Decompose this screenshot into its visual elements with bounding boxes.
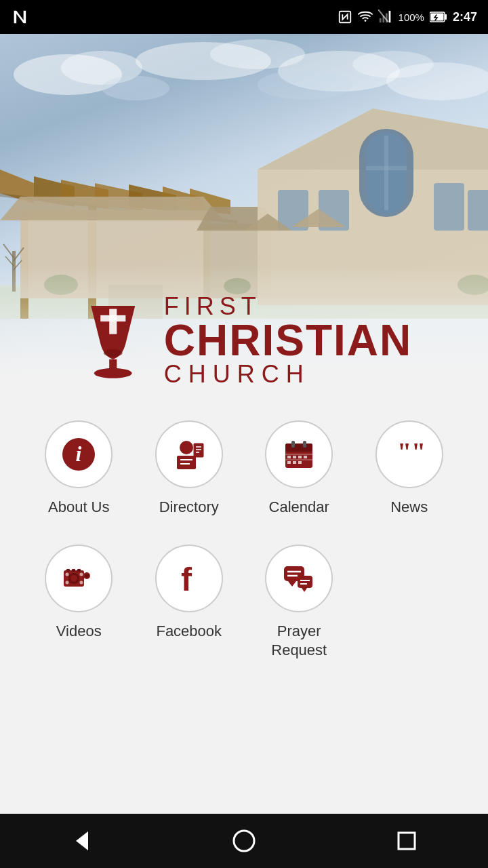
svg-point-91 bbox=[66, 580, 69, 584]
svg-point-59 bbox=[94, 368, 132, 378]
svg-line-48 bbox=[3, 244, 14, 258]
svg-rect-9 bbox=[430, 14, 443, 21]
church-logo-icon bbox=[76, 296, 150, 384]
svg-text:": " bbox=[397, 437, 411, 466]
video-icon bbox=[61, 561, 96, 596]
info-icon: i bbox=[61, 437, 96, 472]
svg-rect-82 bbox=[293, 461, 296, 464]
facebook-label: Facebook bbox=[156, 622, 222, 642]
about-us-label: About Us bbox=[48, 498, 110, 517]
logo-second-line: CHRISTIAN bbox=[164, 319, 412, 362]
svg-rect-40 bbox=[366, 166, 407, 170]
prayer-request-label: Prayer Request bbox=[271, 622, 327, 660]
svg-rect-72 bbox=[285, 443, 312, 452]
directory-label: Directory bbox=[159, 498, 219, 517]
about-us-icon-circle: i bbox=[45, 420, 113, 488]
svg-rect-64 bbox=[177, 456, 196, 469]
menu-row-1: i About Us Directory bbox=[0, 400, 488, 538]
svg-rect-80 bbox=[304, 456, 307, 458]
menu-item-calendar[interactable]: Calendar bbox=[247, 420, 351, 517]
battery-percent: 100% bbox=[399, 12, 424, 23]
n-icon bbox=[11, 7, 30, 26]
menu-item-news[interactable]: " " News bbox=[358, 420, 462, 517]
prayer-request-icon-circle bbox=[265, 545, 333, 612]
hero-section: FIRST CHRISTIAN CHURCH bbox=[0, 34, 488, 400]
svg-point-89 bbox=[70, 575, 77, 582]
menu-item-videos[interactable]: Videos bbox=[27, 545, 131, 660]
status-bar-left bbox=[11, 7, 30, 26]
nfc-icon bbox=[338, 9, 352, 24]
svg-rect-57 bbox=[100, 315, 125, 321]
svg-rect-97 bbox=[72, 569, 75, 572]
svg-rect-110 bbox=[399, 833, 415, 849]
svg-point-92 bbox=[80, 572, 83, 576]
svg-rect-5 bbox=[388, 11, 390, 22]
menu-item-about-us[interactable]: i About Us bbox=[27, 420, 131, 517]
svg-rect-2 bbox=[379, 18, 381, 22]
svg-marker-101 bbox=[288, 581, 296, 587]
time-display: 2:47 bbox=[453, 10, 477, 24]
svg-rect-81 bbox=[287, 461, 291, 464]
status-bar: 100% 2:47 bbox=[0, 0, 488, 34]
svg-point-1 bbox=[364, 20, 366, 22]
svg-rect-43 bbox=[434, 183, 464, 231]
svg-point-95 bbox=[85, 574, 89, 578]
logo-third-line: CHURCH bbox=[164, 362, 412, 387]
videos-icon-circle bbox=[45, 545, 113, 612]
menu-item-directory[interactable]: Directory bbox=[138, 420, 241, 517]
recents-square-icon bbox=[394, 829, 419, 853]
menu-item-prayer-request[interactable]: Prayer Request bbox=[247, 545, 351, 660]
svg-text:i: i bbox=[76, 441, 82, 466]
svg-rect-39 bbox=[384, 136, 388, 210]
svg-rect-79 bbox=[298, 456, 302, 458]
home-button[interactable] bbox=[224, 821, 264, 861]
facebook-icon: f bbox=[171, 561, 207, 596]
calendar-label: Calendar bbox=[269, 498, 329, 517]
svg-point-63 bbox=[180, 441, 193, 454]
svg-point-60 bbox=[104, 349, 123, 357]
svg-rect-74 bbox=[303, 441, 306, 448]
svg-point-90 bbox=[66, 572, 69, 576]
logo-container: FIRST CHRISTIAN CHURCH bbox=[76, 294, 412, 387]
svg-rect-67 bbox=[194, 443, 203, 457]
logo-text: FIRST CHRISTIAN CHURCH bbox=[164, 294, 412, 387]
prayer-icon bbox=[281, 561, 317, 596]
logo-first-line: FIRST bbox=[164, 294, 412, 319]
battery-icon bbox=[430, 11, 447, 23]
calendar-icon bbox=[281, 437, 317, 472]
menu-empty-slot bbox=[358, 545, 462, 660]
svg-point-109 bbox=[234, 831, 254, 851]
quote-icon: " " bbox=[392, 437, 427, 472]
navigation-bar bbox=[0, 814, 488, 868]
menu-item-facebook[interactable]: f Facebook bbox=[138, 545, 241, 660]
directory-icon bbox=[171, 437, 207, 472]
videos-label: Videos bbox=[56, 622, 102, 642]
home-circle-icon bbox=[232, 829, 256, 853]
status-bar-right: 100% 2:47 bbox=[338, 9, 477, 24]
svg-text:f: f bbox=[181, 561, 192, 596]
svg-rect-104 bbox=[298, 576, 312, 588]
svg-marker-105 bbox=[302, 588, 307, 592]
svg-rect-78 bbox=[293, 456, 296, 458]
recents-button[interactable] bbox=[386, 821, 427, 861]
news-label: News bbox=[390, 498, 428, 517]
menu-row-2: Videos f Facebook bbox=[0, 538, 488, 667]
signal-icon bbox=[378, 9, 393, 24]
back-button[interactable] bbox=[61, 821, 102, 861]
svg-rect-44 bbox=[468, 190, 488, 231]
svg-rect-83 bbox=[298, 461, 302, 464]
svg-point-93 bbox=[80, 580, 83, 584]
news-icon-circle: " " bbox=[375, 420, 443, 488]
wifi-icon bbox=[358, 9, 373, 24]
svg-rect-73 bbox=[291, 441, 295, 448]
back-arrow-icon bbox=[69, 829, 94, 853]
svg-rect-96 bbox=[66, 569, 70, 572]
calendar-icon-circle bbox=[265, 420, 333, 488]
directory-icon-circle bbox=[155, 420, 223, 488]
svg-rect-56 bbox=[109, 309, 117, 334]
svg-rect-98 bbox=[77, 569, 81, 572]
svg-rect-8 bbox=[445, 14, 447, 20]
svg-rect-77 bbox=[287, 456, 291, 458]
svg-marker-32 bbox=[0, 197, 224, 220]
facebook-icon-circle: f bbox=[155, 545, 223, 612]
